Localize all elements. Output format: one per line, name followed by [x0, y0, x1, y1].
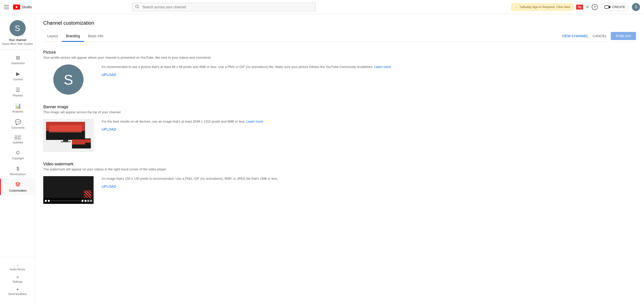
youtube-studio-logo[interactable]: Studio: [13, 5, 32, 10]
watermark-info-text: An image that's 150 x 150 pixels is reco…: [102, 176, 636, 181]
sidebar-label-analytics: Analytics: [12, 110, 23, 113]
volume-icon: [82, 200, 84, 202]
picture-description: Your profile picture will appear where y…: [43, 56, 636, 59]
sidebar-label-settings: Settings: [13, 280, 23, 283]
audio-library-icon: ♪: [17, 264, 18, 267]
svg-point-2: [136, 5, 138, 8]
sidebar-bottom: ♪ Audio library ⚙ Settings ⚑ Send feedba…: [0, 257, 35, 302]
customization-icon: [15, 182, 20, 188]
help-icon[interactable]: ?: [592, 4, 598, 10]
main-content: Channel customization Layout Branding Ba…: [35, 14, 644, 302]
picture-content: S It's recommended to use a picture that…: [43, 64, 636, 95]
banner-upload-link[interactable]: UPLOAD: [102, 127, 116, 131]
sidebar-item-monetization[interactable]: $ Monetization: [0, 163, 35, 179]
banner-preview: [43, 119, 94, 152]
sidebar-label-customization: Customization: [9, 189, 27, 192]
monetization-icon: $: [16, 166, 19, 172]
progress-bar: [51, 201, 80, 201]
sidebar-label-comments: Comments: [11, 126, 24, 129]
picture-preview: S: [43, 64, 94, 95]
watermark-description: The watermark will appear on your videos…: [43, 167, 636, 171]
nav-items: ⊞ Dashboard ▶ Content ☰ Playlists 📊 Anal…: [0, 50, 35, 257]
hamburger-menu-icon[interactable]: [4, 4, 10, 10]
publish-button[interactable]: PUBLISH: [611, 32, 636, 40]
svg-marker-5: [609, 6, 610, 8]
tab-branding[interactable]: Branding: [62, 31, 84, 42]
sidebar-item-dashboard[interactable]: ⊞ Dashboard: [0, 52, 35, 68]
youtube-icon: [13, 5, 20, 10]
right-controls: [85, 200, 92, 202]
tubebuddy-text: TuBuddy Sign-in Required. Click Here: [519, 5, 570, 9]
dashboard-icon: ⊞: [16, 55, 20, 61]
search-icon: [135, 5, 139, 9]
sidebar-label-dashboard: Dashboard: [11, 62, 25, 65]
settings-icon: ⚙: [16, 276, 19, 279]
create-button[interactable]: CREATE: [601, 3, 629, 11]
sidebar-item-comments[interactable]: 💬 Comments: [0, 116, 35, 132]
cancel-button[interactable]: CANCEL: [592, 34, 607, 38]
tubebuddy-banner[interactable]: ⚠ TuBuddy Sign-in Required. Click Here: [512, 4, 573, 10]
sidebar-item-settings[interactable]: ⚙ Settings: [2, 273, 33, 286]
subtitles-icon: CC: [15, 135, 21, 140]
header-left: Studio: [4, 4, 32, 10]
picture-learn-more-link[interactable]: Learn more: [374, 65, 391, 69]
banner-content: For the best results on all devices, use…: [43, 119, 636, 152]
sidebar-label-audio-library: Audio library: [10, 268, 25, 271]
banner-phone-device: [85, 138, 91, 148]
watermark-title: Video watermark: [43, 162, 636, 166]
tab-basic-info[interactable]: Basic info: [84, 31, 107, 42]
sidebar-item-copyright[interactable]: © Copyright: [0, 147, 35, 163]
sidebar-item-audio-library[interactable]: ♪ Audio library: [2, 261, 33, 273]
channel-avatar: S: [10, 20, 26, 36]
tubebuddy-icon[interactable]: Tb: [576, 5, 583, 10]
search-bar: [132, 3, 316, 11]
copyright-icon: ©: [16, 150, 20, 156]
tab-layout[interactable]: Layout: [43, 31, 62, 42]
content-icon: ▶: [16, 71, 20, 77]
sidebar-item-playlists[interactable]: ☰ Playlists: [0, 84, 35, 100]
banner-description: This image will appear across the top of…: [43, 110, 636, 114]
sidebar-item-content[interactable]: ▶ Content: [0, 68, 35, 84]
list-icon[interactable]: ≡: [586, 4, 589, 10]
sidebar-label-copyright: Copyright: [12, 157, 24, 160]
profile-avatar-preview: S: [53, 64, 84, 95]
watermark-overlay: [84, 190, 92, 198]
user-avatar[interactable]: S: [632, 3, 640, 11]
camera-icon: [605, 5, 611, 9]
picture-info: It's recommended to use a picture that's…: [102, 64, 636, 77]
picture-upload-link[interactable]: UPLOAD: [102, 73, 116, 77]
sidebar-item-subtitles[interactable]: CC Subtitles: [0, 132, 35, 147]
watermark-section: Video watermark The watermark will appea…: [43, 162, 636, 204]
sidebar-item-customization[interactable]: Customization: [0, 179, 35, 195]
view-channel-button[interactable]: VIEW CHANNEL: [562, 34, 589, 38]
search-input[interactable]: [132, 3, 316, 11]
picture-info-text: It's recommended to use a picture that's…: [102, 64, 636, 70]
watermark-upload-link[interactable]: UPLOAD: [102, 184, 116, 188]
sidebar-label-send-feedback: Send feedback: [8, 292, 27, 295]
sidebar-item-analytics[interactable]: 📊 Analytics: [0, 100, 35, 116]
sidebar: S Your channel Savvy Mom Side Hustles ⊞ …: [0, 14, 35, 302]
create-label: CREATE: [612, 5, 625, 9]
warning-icon: ⚠: [514, 5, 518, 9]
header-right: ⚠ TuBuddy Sign-in Required. Click Here T…: [512, 3, 640, 11]
tabs-left: Layout Branding Basic info: [43, 31, 107, 42]
play-icon: [45, 200, 47, 202]
theater-mode-icon: [87, 200, 89, 202]
sidebar-item-send-feedback[interactable]: ⚑ Send feedback: [2, 286, 33, 298]
feedback-icon: ⚑: [16, 288, 19, 291]
banner-info: For the best results on all devices, use…: [102, 119, 636, 131]
settings-control-icon: [85, 200, 87, 202]
watermark-preview: [43, 176, 94, 204]
banner-info-text: For the best results on all devices, use…: [102, 119, 636, 124]
picture-title: Picture: [43, 50, 636, 55]
sidebar-label-playlists: Playlists: [13, 94, 23, 97]
fullscreen-icon: [90, 200, 92, 202]
banner-section: Banner image This image will appear acro…: [43, 105, 636, 152]
banner-learn-more-link[interactable]: Learn more: [247, 120, 263, 123]
sidebar-label-monetization: Monetization: [10, 173, 26, 176]
banner-preview-area: [43, 119, 94, 152]
banner-title: Banner image: [43, 105, 636, 109]
channel-name: Your channel: [9, 38, 26, 42]
tabs-container: Layout Branding Basic info VIEW CHANNEL …: [43, 31, 636, 42]
comments-icon: 💬: [15, 119, 21, 125]
